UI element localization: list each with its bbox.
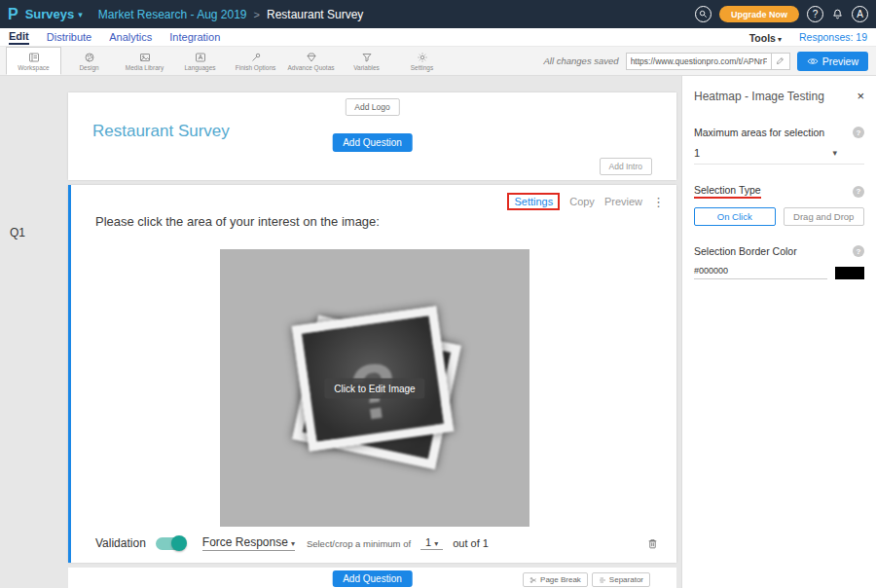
tools-menu[interactable]: Tools▾	[749, 28, 782, 46]
toolbar-item-label: Settings	[411, 64, 434, 71]
toolbar-item-label: Finish Options	[236, 64, 276, 71]
toolbar-item-media-library[interactable]: Media Library	[117, 47, 172, 75]
selection-type-row: Selection Type ?	[694, 184, 864, 199]
wrench-icon	[250, 52, 262, 63]
force-response-dropdown[interactable]: Force Response▾	[202, 535, 295, 551]
max-areas-row: Maximum areas for selection ?	[694, 127, 864, 138]
question-settings-button[interactable]: Settings	[507, 193, 560, 210]
out-of-text: out of 1	[453, 537, 489, 549]
preview-button[interactable]: Preview	[797, 52, 868, 71]
save-status-text: All changes saved	[544, 55, 619, 66]
tab-integration[interactable]: Integration	[169, 31, 220, 43]
upgrade-now-button[interactable]: Upgrade Now	[719, 6, 799, 22]
toolbar-item-label: Workspace	[18, 64, 49, 71]
border-color-row: Selection Border Color ?	[694, 245, 864, 257]
add-intro-button[interactable]: Add Intro	[600, 158, 653, 175]
add-logo-button[interactable]: Add Logo	[345, 98, 399, 116]
survey-url-group	[626, 53, 790, 70]
help-icon[interactable]: ?	[853, 186, 864, 198]
more-options-icon[interactable]: ⋮	[652, 195, 665, 209]
image-icon	[139, 52, 151, 63]
toolbar-item-workspace[interactable]: Workspace	[6, 47, 61, 75]
notifications-button[interactable]	[831, 8, 844, 20]
max-areas-value: 1	[694, 147, 700, 159]
selection-type-buttons: On Click Drag and Drop	[694, 207, 864, 226]
question-text[interactable]: Please click the area of your interest o…	[95, 214, 380, 229]
validation-toggle[interactable]	[156, 537, 185, 550]
toolbar-item-advance-quotas[interactable]: Advance Quotas	[283, 47, 339, 75]
search-icon	[699, 10, 708, 18]
on-click-button[interactable]: On Click	[694, 207, 776, 226]
add-question-button-top[interactable]: Add Question	[332, 133, 413, 152]
drag-and-drop-button[interactable]: Drag and Drop	[784, 207, 865, 226]
chevron-down-icon: ▾	[434, 539, 438, 548]
workspace-icon	[28, 52, 40, 63]
validation-row: Validation Force Response▾ Select/crop a…	[95, 533, 659, 553]
toolbar-item-design[interactable]: Design	[61, 47, 117, 75]
toolbar-item-label: Advance Quotas	[287, 64, 334, 71]
toggle-knob	[171, 535, 187, 551]
preview-button-label: Preview	[822, 55, 858, 67]
topbar-actions: Upgrade Now ? A	[695, 6, 868, 22]
tab-distribute[interactable]: Distribute	[47, 31, 91, 43]
edit-url-button[interactable]	[772, 53, 790, 70]
separator-button[interactable]: Separator	[592, 572, 650, 587]
chevron-down-icon: ▾	[778, 35, 782, 44]
questionpro-logo[interactable]: P	[8, 6, 18, 23]
breadcrumb-separator: >	[254, 9, 260, 20]
survey-url-input[interactable]	[626, 53, 772, 70]
question-copy-button[interactable]: Copy	[569, 196, 595, 207]
help-icon[interactable]: ?	[853, 245, 864, 257]
bell-icon	[831, 8, 844, 20]
toolbar-item-languages[interactable]: Languages	[172, 47, 228, 75]
toolbar-item-variables[interactable]: Variables	[339, 47, 394, 75]
tools-label: Tools	[749, 32, 776, 44]
question-image-placeholder[interactable]: ? Click to Edit Image	[220, 249, 529, 527]
close-icon[interactable]: ×	[857, 90, 864, 102]
avatar[interactable]: A	[852, 6, 868, 22]
chevron-down-icon: ▾	[78, 10, 83, 19]
eye-icon	[807, 55, 819, 67]
survey-header-card: Add Logo Restaurant Survey Add Question …	[68, 92, 676, 180]
survey-canvas: Q1 Add Logo Restaurant Survey Add Questi…	[0, 76, 681, 588]
surveys-menu[interactable]: Surveys	[25, 7, 75, 21]
border-color-label: Selection Border Color	[694, 245, 797, 257]
responses-count-link[interactable]: Responses: 19	[799, 31, 867, 43]
max-areas-select[interactable]: 1 ▾	[694, 147, 864, 165]
color-swatch[interactable]	[835, 267, 864, 279]
selection-type-label: Selection Type	[694, 184, 761, 199]
border-color-input-row: #000000	[694, 266, 864, 279]
add-question-button-bottom[interactable]: Add Question	[332, 570, 413, 587]
border-color-value-input[interactable]: #000000	[694, 266, 827, 279]
gear-icon	[417, 52, 428, 63]
pencil-icon	[776, 56, 785, 65]
nav-tabs: Edit Distribute Analytics Integration	[9, 30, 220, 45]
delete-question-button[interactable]	[646, 537, 659, 550]
question-preview-button[interactable]: Preview	[604, 196, 642, 207]
toolbar-item-label: Languages	[184, 64, 215, 71]
toolbar-right: All changes saved Preview	[544, 52, 870, 71]
validation-label: Validation	[95, 536, 146, 550]
toolbar-item-finish-options[interactable]: Finish Options	[228, 47, 283, 75]
breadcrumb-current: Restaurant Survey	[267, 8, 363, 21]
click-to-edit-image-button[interactable]: Click to Edit Image	[324, 378, 424, 398]
help-icon[interactable]: ?	[853, 127, 864, 138]
funnel-icon	[361, 52, 373, 63]
nav-tab-bar: Edit Distribute Analytics Integration To…	[0, 28, 876, 47]
survey-title[interactable]: Restaurant Survey	[92, 122, 230, 141]
minimum-value: 1	[425, 536, 431, 548]
search-button[interactable]	[695, 6, 712, 22]
separator-icon	[599, 576, 606, 584]
tab-analytics[interactable]: Analytics	[109, 31, 152, 43]
toolbar-item-settings[interactable]: Settings	[394, 47, 450, 75]
chevron-down-icon: ▾	[832, 148, 837, 158]
help-button[interactable]: ?	[807, 6, 823, 22]
page-break-label: Page Break	[540, 575, 581, 584]
toolbar-item-label: Variables	[353, 64, 380, 71]
tab-edit[interactable]: Edit	[9, 30, 29, 45]
editor-toolbar: Workspace Design Media Library Languages…	[0, 47, 876, 76]
trash-icon	[646, 537, 659, 550]
minimum-value-dropdown[interactable]: 1▾	[420, 536, 443, 550]
breadcrumb-parent-link[interactable]: Market Research - Aug 2019	[98, 8, 247, 21]
page-break-button[interactable]: Page Break	[523, 572, 588, 587]
